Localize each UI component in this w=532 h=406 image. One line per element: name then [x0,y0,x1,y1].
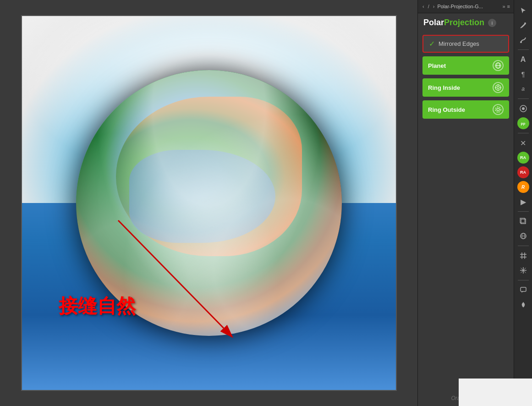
planet-scene: 接缝自然 [22,16,396,390]
tool-pp-badge[interactable]: pp [516,116,530,130]
panel-expand-btn[interactable]: » [502,4,505,9]
tool-pen[interactable] [516,18,530,32]
bottom-white-area [459,379,532,406]
panel-header: ‹ / › Polar-Projection-G... » ≡ [418,0,514,13]
annotation-arrow [114,216,242,344]
ring-inside-label: Ring Inside [428,84,460,91]
svg-point-16 [520,41,522,43]
title-projection: Projection [444,18,484,27]
main-canvas-area: 接缝自然 [0,0,417,406]
plugin-panel: ‹ / › Polar-Projection-G... » ≡ PolarPro… [417,0,514,406]
image-frame: 接缝自然 [21,15,397,391]
ring-outside-label: Ring Outside [428,106,465,113]
plugin-title-text: PolarProjection [423,18,484,27]
tool-select[interactable] [516,4,530,17]
right-toolbar: A ¶ a pp ✕ RA RA R ▶ [514,0,532,406]
tool-fire[interactable] [516,298,530,312]
planet-button-label: Planet [428,62,446,69]
tool-3d-sphere[interactable] [516,229,530,243]
panel-menu-btn[interactable]: ≡ [507,4,510,9]
ra-green-badge: RA [517,152,529,164]
ring-inside-icon [493,82,504,93]
mirrored-edges-checkmark: ✓ [429,39,435,48]
tool-effects[interactable] [516,102,530,115]
ring-outside-icon [493,104,504,115]
toolbar-separator-4 [518,211,529,212]
plugin-title-area: PolarProjection i [418,13,514,30]
tool-paragraph[interactable]: ¶ [516,67,530,81]
svg-point-6 [497,87,499,89]
svg-line-1 [118,220,224,328]
svg-point-11 [495,107,501,112]
toolbar-separator-6 [518,280,529,280]
mirrored-edges-option[interactable]: ✓ Mirrored Edges [422,35,509,53]
ring-outside-button[interactable]: Ring Outside [422,100,509,119]
svg-rect-35 [521,287,526,291]
tool-text[interactable]: A [516,53,530,66]
planet-button-icon [493,60,504,71]
tool-ra-red[interactable]: RA [516,165,530,179]
tool-cross[interactable]: ✕ [516,136,530,150]
tool-comment[interactable] [516,283,530,297]
title-polar: Polar [423,18,444,27]
mirrored-edges-label: Mirrored Edges [439,40,479,47]
ra-red-badge: RA [517,166,529,178]
ring-inside-button[interactable]: Ring Inside [422,78,509,97]
tool-text-alt[interactable]: a [516,82,530,96]
r-badge: R [517,181,529,193]
tool-grid[interactable] [516,249,530,263]
tool-sparkle[interactable] [516,263,530,277]
canvas-viewport[interactable]: 接缝自然 [0,0,417,406]
tool-3d-box[interactable] [516,214,530,228]
pp-badge-circle: pp [517,117,529,129]
tool-ra-green[interactable]: RA [516,151,530,165]
nav-back-btn[interactable]: ‹ [422,3,425,10]
toolbar-separator-2 [518,99,529,99]
nav-forward-btn[interactable]: / [427,3,430,10]
toolbar-separator-3 [518,133,529,133]
toolbar-separator-5 [518,246,529,246]
svg-point-15 [524,22,526,24]
info-button[interactable]: i [488,19,496,27]
panel-title: Polar-Projection-G... [437,4,500,9]
planet-button[interactable]: Planet [422,56,509,75]
tool-warp[interactable] [516,33,530,47]
plugin-content: ✓ Mirrored Edges Planet Ring Inside [418,30,514,123]
tool-r-badge[interactable]: R [516,180,530,194]
nav-up-btn[interactable]: › [432,3,436,10]
svg-point-18 [522,107,525,110]
toolbar-separator-1 [518,49,529,50]
tool-arrow[interactable]: ▶ [516,195,530,208]
